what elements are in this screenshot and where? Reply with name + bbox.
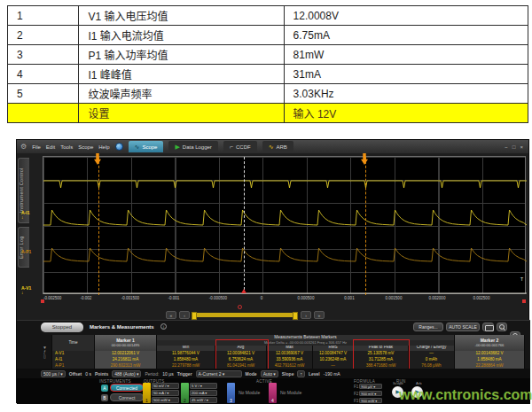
menu-file[interactable]: File: [32, 144, 41, 150]
f2-select[interactable]: 900 mV ▾: [359, 391, 382, 396]
gear-icon[interactable]: ⚙: [20, 144, 27, 151]
time-column-header: Time: [52, 335, 95, 351]
row-number: 2: [8, 26, 79, 45]
marker2-value: 12.00143682 V: [455, 351, 525, 357]
zoom-in-button[interactable]: +: [497, 323, 507, 331]
f3-select[interactable]: 900 mW ▾: [359, 398, 382, 403]
row-label: I1 输入电流均值: [79, 26, 284, 45]
marker1-header: Marker 1 00:00:00.001495: [95, 335, 157, 351]
globe-icon: [115, 143, 123, 151]
screenshot-button[interactable]: [482, 323, 494, 331]
panel-title: Markers & Measurements: [90, 324, 154, 330]
table-row-highlighted: 设置 输入 12V: [8, 104, 528, 123]
info-icon[interactable]: i: [160, 323, 167, 330]
ch2-voltage-select[interactable]: 5 V / ▾: [190, 383, 217, 389]
menu-help[interactable]: Help: [98, 144, 109, 150]
x-tick: 0.002500: [473, 296, 490, 300]
tab-label: Scope: [142, 144, 157, 150]
ch1-power-select[interactable]: 500 mW ▾: [152, 397, 179, 403]
channel-label-a-i1[interactable]: A-I1 ↓: [21, 211, 29, 220]
trigger-mode-select[interactable]: Auto ▾: [261, 370, 278, 377]
scroll-range-bar[interactable]: [193, 313, 296, 317]
menu-tools[interactable]: Tools: [60, 144, 73, 150]
row-number: 1: [8, 6, 79, 26]
menu-scope[interactable]: Scope: [78, 144, 93, 150]
x-tick: -0.001500: [121, 296, 139, 300]
tab-arb[interactable]: ∿ ARB: [262, 141, 293, 152]
timebase-select[interactable]: 500 µs / ▾: [41, 370, 66, 377]
rms-value: 12.00084747 V: [313, 351, 354, 357]
probe-icon[interactable]: ▯: [43, 354, 46, 359]
row-label: 纹波噪声频率: [79, 84, 284, 104]
run-arb-label: Arb: [416, 381, 422, 385]
x-tick: -0.002: [81, 296, 92, 300]
tab-label: ARB: [277, 144, 287, 150]
tab-label: Data Logger: [183, 144, 212, 150]
marker1-line[interactable]: [98, 157, 99, 295]
tab-label: CCDF: [236, 144, 251, 150]
timebase-bar: 500 µs / ▾ Offset 0 s Points 488 (Auto) …: [17, 369, 530, 378]
plot-corner-marker: [522, 299, 526, 303]
scope-plot[interactable]: T: [43, 156, 526, 294]
sidebar-tab-error-log[interactable]: Error Log: [18, 227, 29, 268]
period-value: 10 µs: [162, 371, 173, 377]
window-controls: − □ ×: [505, 144, 525, 150]
trigger-source-select[interactable]: A-Current 2 ▾: [196, 370, 242, 377]
scroll-far-left-button[interactable]: «: [166, 311, 176, 319]
maximize-button[interactable]: □: [512, 144, 516, 150]
row-label: 设置: [79, 104, 284, 123]
tab-data-logger[interactable]: ▶ Data Logger: [168, 141, 217, 152]
ch1-voltage-select[interactable]: 50 mV / ▾: [152, 383, 179, 389]
close-button[interactable]: ×: [520, 144, 523, 150]
marker1-value: 24.216811 mA: [95, 357, 157, 363]
channel-label-a-v1[interactable]: A-V1 ↓: [21, 286, 31, 295]
scroll-far-right-button[interactable]: »: [314, 311, 325, 319]
x-tick: 0.000500: [298, 296, 315, 300]
min-value: 1.858480 mA: [157, 357, 215, 363]
slope-button[interactable]: ↑: [297, 370, 305, 377]
row-label: V1 输入电压均值: [79, 6, 284, 26]
minimize-button[interactable]: −: [505, 144, 508, 150]
x-tick: 0: [261, 296, 263, 300]
row-channel: A-I1: [52, 357, 95, 363]
ch2-power-select[interactable]: 45 mW / ▾: [190, 397, 217, 403]
marker2-line[interactable]: [365, 157, 366, 295]
curve-icon: ⌐: [230, 144, 233, 150]
ranges-button[interactable]: Ranges...: [413, 323, 443, 331]
x-tick: -0.000500: [209, 296, 227, 300]
channel-label-a-p1[interactable]: A-P1 ↓: [21, 250, 31, 259]
f1-name: F1: [354, 385, 358, 389]
offset-label: Offset: [69, 371, 82, 377]
instrument-b-button[interactable]: B Connect: [101, 393, 144, 401]
instrument-a-button[interactable]: A Connected: [101, 384, 144, 392]
x-tick: 0.002000: [429, 296, 446, 300]
trigger-position-icon[interactable]: [238, 305, 242, 309]
output-channel-4: 4: [269, 383, 277, 403]
tab-ccdf[interactable]: ⌐ CCDF: [223, 141, 257, 152]
avg-value: 6.753624 mA: [215, 357, 267, 363]
plot-corner-marker: [41, 299, 44, 303]
max-value: 12.00369067 V: [267, 351, 313, 357]
row-label: I1 峰峰值: [79, 65, 284, 84]
channel-4-badge: 4: [269, 383, 277, 403]
instrument-a-badge: A: [101, 385, 108, 392]
scroll-right-button[interactable]: ›: [301, 311, 311, 319]
channel-marker-arrow-icon: ↓: [21, 254, 31, 259]
trigger-level-marker[interactable]: T: [520, 276, 523, 282]
f1-select[interactable]: 900 µV ▾: [359, 384, 382, 389]
marker2-value: 1.858480 mA: [455, 357, 525, 363]
scroll-left-button[interactable]: ‹: [179, 311, 190, 319]
points-select[interactable]: 488 (Auto) ▾: [112, 370, 141, 377]
tab-scope[interactable]: ∿ Scope: [129, 141, 164, 152]
avg-value: 12.00084821 V: [215, 351, 267, 357]
marker1-value: 12.00212061 V: [95, 351, 157, 357]
output-channel-3: 3: [227, 383, 235, 403]
stopped-button[interactable]: Stopped: [41, 323, 83, 332]
output-channel-1: 1 50 mV / ▾ 50 mA / ▾ 500 mW ▾: [143, 383, 179, 403]
rms-value: 10.236248 mA: [313, 357, 354, 363]
autoscale-button[interactable]: AUTO SCALE: [446, 323, 480, 331]
ch2-current-select[interactable]: 200 mA ▾: [190, 390, 217, 396]
period-label: Period:: [145, 371, 159, 377]
menu-edit[interactable]: Edit: [46, 144, 55, 150]
ch1-current-select[interactable]: 50 mA / ▾: [152, 390, 179, 396]
